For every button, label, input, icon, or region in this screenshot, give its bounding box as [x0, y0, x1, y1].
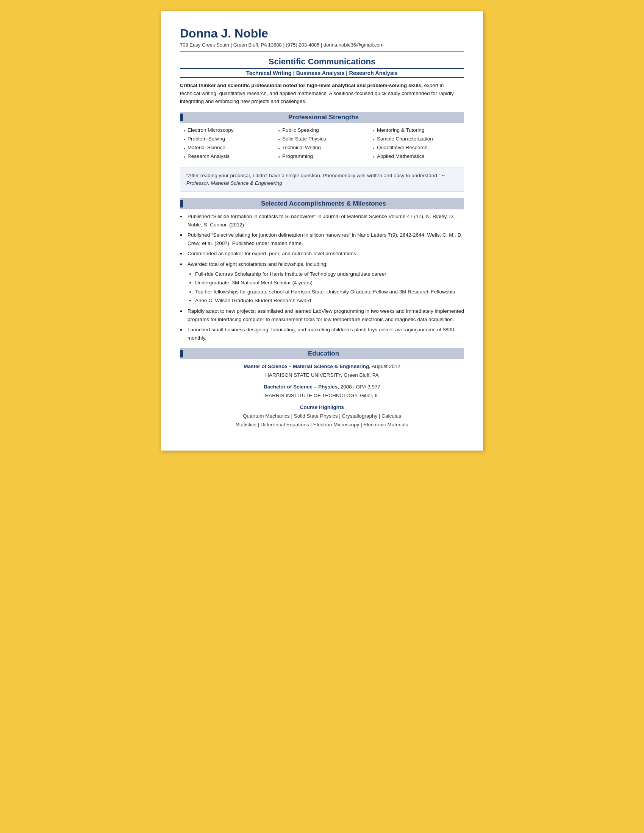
strengths-header: Professional Strengths: [180, 112, 464, 123]
accomplishments-title: Selected Accomplishments & Milestones: [183, 200, 464, 207]
section-bar: [180, 200, 183, 207]
section-bar: [180, 350, 183, 357]
strength-item: Mentoring & Tutoring: [373, 126, 464, 135]
main-title: Scientific Communications: [180, 57, 464, 67]
degree-1-rest: August 2012: [370, 363, 401, 369]
accomplishment-item: Rapidly adapt to new projects; assimilat…: [186, 307, 464, 323]
contact-info: 709 Easy Creek South | Green Bluff, PA 1…: [180, 42, 464, 48]
strength-item: Electron Microscopy: [184, 126, 275, 135]
title-subtitle: Technical Writing | Business Analysis | …: [180, 68, 464, 78]
candidate-name: Donna J. Noble: [180, 26, 464, 40]
accomplishment-item: Published “Silicide formation in contact…: [186, 212, 464, 229]
degree-1-bold: Master of Science – Material Science & E…: [243, 363, 370, 369]
top-divider: [180, 51, 464, 52]
sub-accomplishment-item: Undergraduate: 3M National Merit Scholar…: [195, 279, 464, 287]
accomplishments-header: Selected Accomplishments & Milestones: [180, 198, 464, 209]
sub-accomplishment-item: Full-ride Camras Scholarship for Harris …: [195, 270, 464, 278]
education-section: Education Master of Science – Material S…: [180, 348, 464, 429]
strength-item: Applied Mathematics: [373, 152, 464, 161]
strength-item: Technical Writing: [279, 143, 369, 152]
accomplishments-section: Selected Accomplishments & Milestones Pu…: [180, 198, 464, 342]
strengths-title: Professional Strengths: [183, 114, 464, 121]
strength-item: Problem-Solving: [184, 135, 275, 143]
accomplishments-list: Published “Silicide formation in contact…: [186, 212, 464, 342]
strengths-col2: Public Speaking Solid State Physics Tech…: [279, 126, 369, 161]
accomplishment-item: Awarded total of eight scholarships and …: [186, 260, 464, 305]
sub-accomplishment-item: Anne C. Wilson Graduate Student Research…: [195, 296, 464, 305]
sub-accomplishments-list: Full-ride Camras Scholarship for Harris …: [195, 270, 464, 305]
strength-item: Public Speaking: [279, 126, 369, 135]
accomplishment-item: Launched small business designing, fabri…: [186, 326, 464, 342]
degree-2: Bachelor of Science – Physics, 2008 | GP…: [180, 383, 464, 400]
strength-item: Programming: [279, 152, 369, 161]
course-highlights: Course Highlights Quantum Mechanics | So…: [180, 403, 464, 429]
quote-box: “After reading your proposal, I didn’t h…: [180, 167, 464, 192]
strengths-col1: Electron Microscopy Problem-Solving Mate…: [184, 126, 275, 161]
strength-item: Quantitative Research: [373, 143, 464, 152]
sub-accomplishment-item: Top-tier fellowships for graduate school…: [195, 288, 464, 296]
degree-2-rest: 2008 | GPA 3.977: [339, 384, 380, 390]
section-bar: [180, 114, 183, 121]
strengths-col3: Mentoring & Tutoring Sample Characteriza…: [373, 126, 464, 161]
strength-item: Research Analysis: [184, 152, 275, 161]
school-2: HARRIS INSTITUTE OF TECHNOLOGY, Gitler, …: [265, 392, 379, 398]
header-section: Donna J. Noble 709 Easy Creek South | Gr…: [180, 26, 464, 52]
strength-item: Solid State Physics: [279, 135, 369, 143]
summary-bold: Critical thinker and scientific professi…: [180, 82, 423, 88]
summary-text: Critical thinker and scientific professi…: [180, 82, 464, 106]
strength-item: Sample Characterization: [373, 135, 464, 143]
course-highlights-line2: Statistics | Differential Equations | El…: [180, 421, 464, 429]
accomplishment-item: Commended as speaker for expert, peer, a…: [186, 249, 464, 258]
strengths-grid: Electron Microscopy Problem-Solving Mate…: [184, 126, 464, 161]
degree-1: Master of Science – Material Science & E…: [180, 362, 464, 380]
title-section: Scientific Communications Technical Writ…: [180, 57, 464, 78]
course-highlights-title: Course Highlights: [180, 403, 464, 412]
education-title: Education: [183, 350, 464, 357]
accomplishment-item: Published “Selective plating for junctio…: [186, 231, 464, 247]
education-header: Education: [180, 348, 464, 359]
course-highlights-line1: Quantum Mechanics | Solid State Physics …: [180, 412, 464, 421]
education-content: Master of Science – Material Science & E…: [180, 362, 464, 429]
strength-item: Material Science: [184, 143, 275, 152]
resume-page: Donna J. Noble 709 Easy Creek South | Gr…: [161, 11, 483, 450]
quote-text: “After reading your proposal, I didn’t h…: [187, 173, 440, 178]
degree-2-bold: Bachelor of Science – Physics,: [264, 384, 339, 390]
strengths-section: Professional Strengths Electron Microsco…: [180, 112, 464, 161]
school-1: HARRISON STATE UNIVERSITY, Green Bluff, …: [265, 372, 379, 378]
